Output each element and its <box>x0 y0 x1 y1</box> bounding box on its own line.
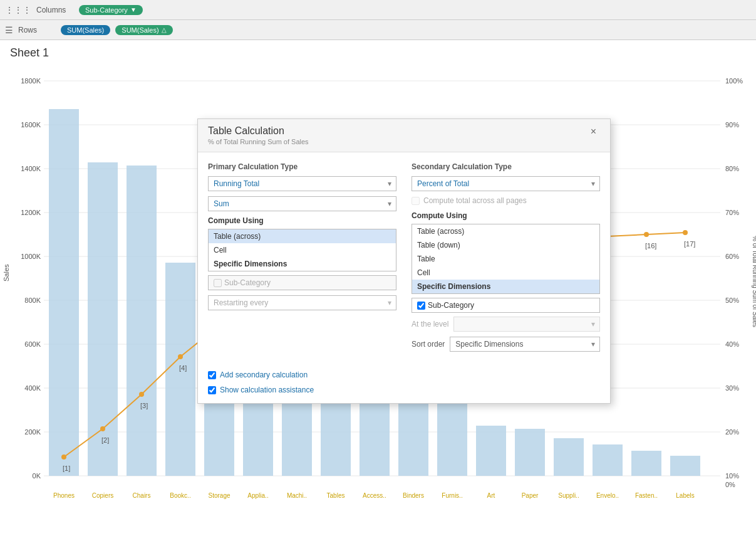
rows-pill-1[interactable]: SUM(Sales) <box>61 25 110 35</box>
restarting-select[interactable]: Restarting every <box>208 295 396 310</box>
primary-list-item-0[interactable]: Table (across) <box>209 229 396 243</box>
primary-agg-select[interactable]: Sum <box>208 196 396 211</box>
primary-sub-cat-item: Sub-Category <box>209 276 396 290</box>
modal-header-text: Table Calculation % of Total Running Sum… <box>208 125 309 145</box>
rows-pill-2[interactable]: SUM(Sales) △ <box>115 25 172 35</box>
svg-text:20%: 20% <box>725 428 739 436</box>
secondary-list-item-2[interactable]: Table <box>412 252 599 266</box>
secondary-calc-label: Secondary Calculation Type <box>412 162 600 171</box>
svg-point-28 <box>100 426 105 431</box>
at-level-row: At the level <box>412 317 600 332</box>
show-assistance-checkbox[interactable] <box>208 386 216 394</box>
secondary-calc-section: Secondary Calculation Type Percent of To… <box>412 162 600 352</box>
svg-text:Envelo..: Envelo.. <box>596 492 619 499</box>
svg-text:400K: 400K <box>24 384 41 392</box>
modal-footer: Add secondary calculation Show calculati… <box>198 362 610 403</box>
svg-text:Binders: Binders <box>403 492 424 499</box>
primary-calc-label: Primary Calculation Type <box>208 162 396 171</box>
svg-text:Copiers: Copiers <box>92 492 113 499</box>
svg-text:Furnis..: Furnis.. <box>442 492 462 499</box>
svg-rect-10 <box>49 109 79 476</box>
secondary-list-item-3[interactable]: Cell <box>412 266 599 280</box>
at-level-select[interactable] <box>453 317 600 332</box>
svg-text:200K: 200K <box>24 428 41 436</box>
show-assistance-label: Show calculation assistance <box>220 386 314 394</box>
at-level-wrapper[interactable] <box>453 317 600 332</box>
svg-text:10%: 10% <box>725 472 739 480</box>
add-secondary-row[interactable]: Add secondary calculation <box>208 370 600 379</box>
secondary-type-select[interactable]: Percent of Total <box>412 176 600 191</box>
secondary-list-item-1[interactable]: Table (down) <box>412 238 599 252</box>
svg-text:1000K: 1000K <box>21 253 41 260</box>
svg-point-30 <box>178 354 183 359</box>
svg-text:1400K: 1400K <box>21 165 41 172</box>
primary-list-item-1[interactable]: Cell <box>209 243 396 257</box>
modal-close-button[interactable]: × <box>587 125 600 138</box>
svg-point-29 <box>139 392 144 397</box>
restarting-wrapper[interactable]: Restarting every <box>208 295 396 310</box>
svg-text:Applia..: Applia.. <box>247 492 268 499</box>
svg-text:Machi..: Machi.. <box>287 492 307 499</box>
svg-rect-21 <box>476 426 506 476</box>
svg-text:Art: Art <box>487 492 495 499</box>
primary-list-item-2[interactable]: Specific Dimensions <box>209 257 396 271</box>
svg-point-27 <box>61 455 66 460</box>
sort-order-wrapper[interactable]: Specific Dimensions <box>450 337 600 352</box>
svg-text:[2]: [2] <box>101 436 109 444</box>
compute-total-label: Compute total across all pages <box>423 196 527 205</box>
add-secondary-checkbox[interactable] <box>208 371 216 379</box>
add-secondary-label: Add secondary calculation <box>220 370 308 379</box>
secondary-type-wrapper[interactable]: Percent of Total <box>412 176 600 191</box>
modal-header: Table Calculation % of Total Running Sum… <box>198 119 610 152</box>
columns-pill[interactable]: Sub-Category ▼ <box>79 5 143 15</box>
columns-label: Columns <box>36 6 74 14</box>
svg-text:80%: 80% <box>725 165 739 172</box>
columns-icon: ⋮⋮⋮ <box>5 5 31 15</box>
svg-text:30%: 30% <box>725 384 739 392</box>
sort-order-label: Sort order <box>412 340 445 349</box>
svg-text:70%: 70% <box>725 209 739 216</box>
secondary-list-item-0[interactable]: Table (across) <box>412 224 599 238</box>
svg-text:Storage: Storage <box>208 492 230 499</box>
sort-order-select[interactable]: Specific Dimensions <box>450 337 600 352</box>
primary-type-select[interactable]: Running Total <box>208 176 396 191</box>
svg-point-31 <box>644 232 649 237</box>
svg-text:Sales: Sales <box>3 264 10 281</box>
svg-text:1200K: 1200K <box>21 209 41 216</box>
svg-text:Paper: Paper <box>522 492 539 499</box>
svg-rect-25 <box>631 451 661 476</box>
show-assistance-row[interactable]: Show calculation assistance <box>208 386 600 394</box>
compute-total-checkbox <box>412 197 420 205</box>
table-calculation-modal: Table Calculation % of Total Running Sum… <box>197 118 611 404</box>
rows-toolbar: ☰ Rows SUM(Sales) SUM(Sales) △ <box>0 20 756 40</box>
primary-type-wrapper[interactable]: Running Total <box>208 176 396 191</box>
secondary-sub-cat-item[interactable]: Sub-Category <box>412 298 599 312</box>
svg-text:40%: 40% <box>725 340 739 348</box>
rows-label: Rows <box>18 26 56 34</box>
secondary-sub-cat-label: Sub-Category <box>428 301 474 310</box>
secondary-sub-cat-checkbox[interactable] <box>417 302 425 310</box>
svg-rect-23 <box>554 438 584 476</box>
svg-text:100%: 100% <box>725 77 743 85</box>
primary-sub-cat-checkbox <box>214 279 222 287</box>
modal-title: Table Calculation <box>208 125 309 137</box>
svg-text:[16]: [16] <box>645 242 656 250</box>
modal-subtitle: % of Total Running Sum of Sales <box>208 138 309 145</box>
svg-text:60%: 60% <box>725 253 739 260</box>
svg-text:Suppli..: Suppli.. <box>558 492 579 499</box>
svg-text:800K: 800K <box>24 297 41 304</box>
svg-point-32 <box>683 230 688 235</box>
svg-rect-22 <box>515 429 545 476</box>
svg-text:1800K: 1800K <box>21 77 41 85</box>
secondary-compute-label: Compute Using <box>412 211 600 220</box>
primary-calc-section: Primary Calculation Type Running Total S… <box>208 162 396 352</box>
sort-order-row: Sort order Specific Dimensions <box>412 337 600 352</box>
secondary-list-item-4[interactable]: Specific Dimensions <box>412 280 599 293</box>
svg-text:50%: 50% <box>725 297 739 304</box>
delta-icon: △ <box>162 26 167 33</box>
rows-pill-1-label: SUM(Sales) <box>67 26 104 34</box>
svg-text:[3]: [3] <box>140 402 148 409</box>
filter-icon: ▼ <box>130 6 137 13</box>
primary-agg-wrapper[interactable]: Sum <box>208 196 396 211</box>
svg-text:90%: 90% <box>725 121 739 129</box>
